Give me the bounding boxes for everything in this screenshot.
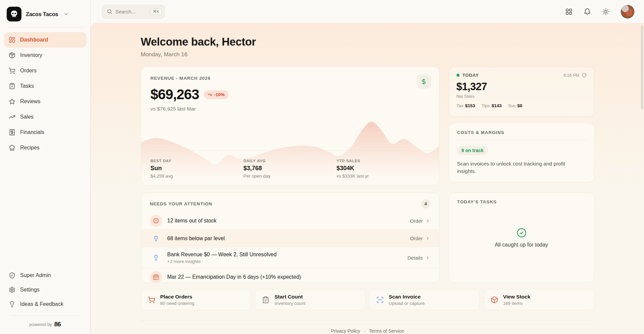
attention-item-text: 68 items below par level <box>167 236 225 242</box>
trending-down-icon <box>207 92 212 97</box>
grid-icon <box>565 8 573 15</box>
package-icon <box>9 52 15 59</box>
footer-separator: · <box>364 328 366 334</box>
revenue-amount: $69,263 <box>151 86 199 103</box>
sidebar-item-tasks[interactable]: Tasks <box>4 78 86 94</box>
sidebar-item-label: Super Admin <box>20 272 51 278</box>
sidebar-item-settings[interactable]: Settings <box>4 282 86 297</box>
revenue-change-badge: -10% <box>204 90 229 99</box>
breakdown-tax: Tax$153 <box>457 103 475 108</box>
sidebar-item-label: Reviews <box>20 98 40 105</box>
dollar-icon <box>421 78 427 85</box>
stat-value: $304K <box>336 165 429 172</box>
sidebar-item-label: Sales <box>20 114 34 120</box>
stat-label: BEST DAY <box>151 159 244 163</box>
notifications-button[interactable] <box>584 8 591 15</box>
sidebar-item-label: Ideas & Feedback <box>20 301 63 307</box>
page-title: Welcome back, Hector <box>141 36 594 48</box>
main-panel: Welcome back, Hector Monday, March 16 <box>91 23 644 334</box>
sidebar-item-sales[interactable]: Sales <box>4 109 86 125</box>
attention-item-bank-revenue[interactable]: Bank Revenue $0 — Week 2, Still Unresolv… <box>141 247 439 268</box>
revenue-card-title: REVENUE - MARCH 2026 <box>151 76 430 81</box>
scan-invoice-button[interactable]: Scan Invoice Upload or capture <box>369 289 480 310</box>
attention-card-title: NEEDS YOUR ATTENTION <box>150 201 213 206</box>
chevron-right-icon <box>425 236 430 241</box>
order-action-button[interactable]: Order <box>410 236 430 241</box>
place-orders-button[interactable]: Place Orders 80 need ordering <box>141 289 252 310</box>
search-box[interactable]: ⌘K <box>102 5 165 19</box>
sidebar-item-reviews[interactable]: Reviews <box>4 94 86 109</box>
scrollbar-thumb[interactable] <box>641 25 643 109</box>
today-amount-label: Net Sales <box>457 94 587 99</box>
stat-label: DAILY AVG <box>244 159 336 163</box>
star-icon <box>9 98 15 105</box>
attention-item-text: Bank Revenue $0 — Week 2, Still Unresolv… <box>167 252 277 258</box>
sidebar-item-ideas-feedback[interactable]: Ideas & Feedback <box>4 297 86 311</box>
refresh-icon <box>582 73 587 78</box>
topbar-actions <box>565 5 635 19</box>
stat-label: YTD SALES <box>336 159 429 163</box>
attention-item-below-par[interactable]: 68 items below par level Order <box>141 229 439 247</box>
powered-by: powered by 86 <box>11 315 79 334</box>
revenue-card: REVENUE - MARCH 2026 $69,263 -10% vs $76… <box>141 67 439 185</box>
org-switcher[interactable]: Zacos Tacos <box>0 0 90 27</box>
calendar-icon <box>150 271 162 283</box>
stat-sub: vs $333K last yr <box>336 174 429 179</box>
sidebar-item-label: Orders <box>20 68 37 74</box>
tasks-empty-state: All caught up for today <box>449 193 594 282</box>
attention-count-badge: 4 <box>421 199 430 208</box>
powered-by-brand-86: 86 <box>54 321 61 328</box>
dollar-chip <box>417 74 431 88</box>
view-stock-button[interactable]: View Stock 169 items <box>484 289 594 310</box>
attention-card: NEEDS YOUR ATTENTION 4 12 items out of s… <box>141 193 439 283</box>
sidebar-bottom-nav: Super Admin Settings Ideas & Feedback po… <box>0 268 90 334</box>
sidebar-item-orders[interactable]: Orders <box>4 63 86 78</box>
org-name: Zacos Tacos <box>26 11 58 17</box>
check-circle-icon <box>517 228 527 238</box>
sidebar-nav: Dashboard Inventory Orders Tasks Reviews… <box>0 27 90 155</box>
attention-item-out-of-stock[interactable]: 12 items out of stock Order <box>141 212 439 229</box>
chef-hat-icon <box>9 144 15 151</box>
cart-icon <box>9 67 15 74</box>
today-card: TODAY 6:16 PM $1,327 Net Sales Tax$15 <box>449 67 594 117</box>
clipboard-check-icon <box>9 83 15 89</box>
package-icon <box>491 296 498 304</box>
scan-icon <box>376 296 384 304</box>
theme-toggle-button[interactable] <box>602 8 609 15</box>
sidebar-item-label: Dashboard <box>20 37 48 43</box>
tasks-empty-text: All caught up for today <box>495 242 548 248</box>
sidebar-item-recipes[interactable]: Recipes <box>4 140 86 155</box>
sidebar-item-super-admin[interactable]: Super Admin <box>4 268 86 282</box>
costs-divider <box>457 140 586 140</box>
stat-sub: $4,259 avg <box>151 174 244 179</box>
apps-grid-button[interactable] <box>565 8 573 15</box>
gear-icon <box>9 286 15 293</box>
attention-item-emancipation-day[interactable]: Mar 22 — Emancipation Day in 6 days (+10… <box>141 268 439 283</box>
start-count-button[interactable]: Start Count Inventory count <box>255 289 366 310</box>
sidebar-item-inventory[interactable]: Inventory <box>4 48 86 63</box>
action-subtitle: Upload or capture <box>389 301 425 306</box>
costs-description: Scan invoices to unlock cost tracking an… <box>457 160 573 175</box>
privacy-policy-link[interactable]: Privacy Policy <box>331 328 360 334</box>
today-net-sales-amount: $1,327 <box>457 81 587 93</box>
terms-of-service-link[interactable]: Terms of Service <box>369 328 404 334</box>
page-date: Monday, March 16 <box>141 51 594 58</box>
sidebar-item-financials[interactable]: Financials <box>4 125 86 140</box>
sidebar-item-label: Recipes <box>20 145 40 151</box>
sidebar-item-label: Financials <box>20 129 44 135</box>
breakdown-tips: Tips$143 <box>482 103 502 108</box>
sidebar-item-label: Settings <box>20 287 40 293</box>
today-label: TODAY <box>463 73 479 78</box>
sidebar-item-label: Tasks <box>20 83 34 89</box>
chevron-down-icon <box>63 11 69 17</box>
sidebar-item-dashboard[interactable]: Dashboard <box>4 32 86 48</box>
refresh-button[interactable] <box>582 73 587 78</box>
trending-up-icon <box>9 114 15 120</box>
clipboard-icon <box>262 296 269 304</box>
user-avatar[interactable] <box>621 5 635 19</box>
order-action-button[interactable]: Order <box>410 218 430 224</box>
lightbulb-icon <box>150 252 162 264</box>
details-action-button[interactable]: Details <box>408 255 430 261</box>
today-updated-time: 6:16 PM <box>564 73 579 78</box>
search-input[interactable] <box>115 9 146 14</box>
